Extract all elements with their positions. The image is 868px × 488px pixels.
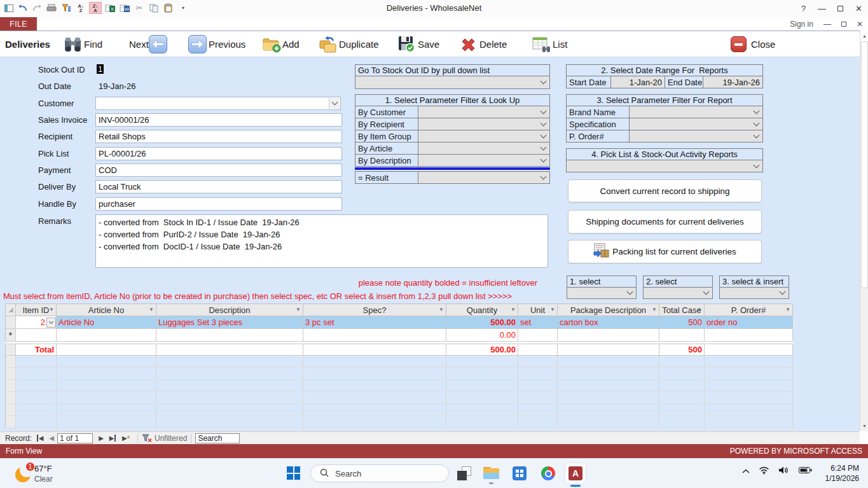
taskbar-clock[interactable]: 6:24 PM 1/19/2026 [825, 463, 859, 484]
cell-quantity[interactable]: 0.00 [446, 329, 518, 342]
cell-article-no[interactable]: Article No [57, 316, 156, 329]
sort-dropdown-icon[interactable]: ▼ [296, 307, 301, 312]
ribbon-restore-icon[interactable] [841, 20, 846, 29]
sort-dropdown-icon[interactable]: ▼ [785, 307, 790, 312]
payment-input[interactable]: COD [95, 164, 342, 177]
scroll-down-icon[interactable]: ▼ [860, 421, 868, 431]
customer-combo[interactable] [95, 97, 341, 110]
cell-article-no[interactable] [57, 329, 156, 342]
pick-list-input[interactable]: PL-00001/26 [95, 147, 342, 160]
col-header-p-order[interactable]: P. Order#▼ [705, 303, 793, 316]
chrome-icon[interactable] [541, 466, 555, 480]
duplicate-record-icon[interactable] [318, 35, 338, 55]
convert-to-shipping-button[interactable]: Convert current record to shipping [568, 179, 762, 202]
chevron-down-icon[interactable] [46, 317, 56, 328]
brand-name-dropdown[interactable] [629, 106, 763, 118]
goto-stock-out-dropdown[interactable] [355, 76, 550, 89]
file-tab[interactable]: FILE [0, 17, 37, 31]
result-dropdown[interactable] [418, 171, 550, 184]
task-view-icon[interactable] [457, 466, 471, 480]
activity-reports-dropdown[interactable] [566, 160, 763, 172]
volume-icon[interactable] [778, 466, 790, 477]
col-header-article-no[interactable]: Article No▼ [57, 303, 156, 316]
scrollbar-thumb[interactable] [861, 41, 868, 288]
delete-button[interactable]: Delete [479, 39, 507, 50]
sort-dropdown-icon[interactable]: ▼ [49, 307, 54, 312]
chevron-down-icon[interactable] [329, 98, 340, 109]
cell-p-order[interactable] [705, 329, 793, 342]
filter-icon[interactable] [142, 434, 152, 443]
cell-p-order[interactable]: order no [705, 316, 793, 329]
start-date-value[interactable]: 1-Jan-20 [610, 76, 665, 88]
by-article-dropdown[interactable] [418, 142, 550, 155]
next-record-icon[interactable]: ▶ [95, 433, 107, 443]
close-form-icon[interactable] [731, 36, 747, 52]
shipping-documents-button[interactable]: Shipping documents for current deliverie… [568, 210, 762, 234]
handle-by-input[interactable]: purchaser [95, 197, 342, 211]
help-icon[interactable]: ? [794, 0, 813, 17]
cell-unit[interactable]: set [518, 316, 558, 329]
col-header-spec[interactable]: Spec?▼ [303, 303, 446, 316]
access-app-icon[interactable]: A [565, 463, 586, 484]
ribbon-minimize-icon[interactable]: — [823, 20, 831, 29]
sort-dropdown-icon[interactable]: ▼ [149, 307, 154, 312]
by-item-group-dropdown[interactable] [418, 130, 550, 143]
notification-badge[interactable]: 1 [25, 462, 35, 471]
delete-icon[interactable] [460, 36, 477, 55]
select1-dropdown[interactable] [567, 287, 637, 299]
microsoft-store-icon[interactable] [513, 466, 527, 480]
duplicate-button[interactable]: Duplicate [339, 39, 379, 50]
cell-total-case[interactable] [659, 329, 705, 342]
cell-item-id[interactable] [16, 329, 57, 342]
add-record-icon[interactable] [262, 36, 281, 55]
minimize-icon[interactable]: — [813, 0, 831, 17]
wifi-icon[interactable] [759, 466, 769, 477]
vertical-scrollbar[interactable]: ▲ ▼ [860, 31, 868, 431]
previous-record-button[interactable] [188, 35, 207, 53]
sort-dropdown-icon[interactable]: ▼ [511, 307, 516, 312]
list-icon[interactable] [532, 36, 551, 55]
taskbar-search-input[interactable]: Search [310, 464, 449, 482]
record-position-box[interactable]: 1 of 1 [57, 433, 93, 443]
col-header-unit[interactable]: Unit▼ [518, 303, 558, 316]
cell-description[interactable] [156, 329, 303, 342]
out-date-value[interactable]: 19-Jan-26 [99, 81, 136, 91]
scroll-up-icon[interactable]: ▲ [860, 31, 868, 41]
col-header-item-id[interactable]: Item ID▼ [16, 303, 57, 316]
col-header-description[interactable]: Description▼ [156, 303, 303, 316]
binoculars-icon[interactable] [64, 36, 82, 55]
cell-quantity[interactable]: 500.00 [446, 316, 518, 329]
battery-icon[interactable] [799, 466, 812, 476]
record-search-input[interactable]: Search [195, 433, 240, 443]
cell-package-description[interactable] [558, 329, 659, 342]
save-icon[interactable] [397, 35, 415, 55]
find-button[interactable]: Find [84, 39, 102, 50]
new-record-icon[interactable]: ▶* [118, 433, 134, 443]
recipient-input[interactable]: Retail Shops [95, 130, 342, 143]
ribbon-close-icon[interactable]: ✕ [857, 20, 863, 29]
weather-condition[interactable]: Clear [34, 475, 53, 484]
by-recipient-dropdown[interactable] [418, 118, 550, 130]
weather-temp[interactable]: 67°F [34, 464, 52, 473]
stock-out-id-value[interactable]: 1 [97, 64, 104, 74]
packing-list-button[interactable]: Packing list for current deliveries [568, 240, 762, 263]
select3-dropdown[interactable] [719, 287, 789, 299]
row-selector[interactable] [5, 316, 16, 329]
close-button[interactable]: Close [751, 39, 775, 50]
cell-package-description[interactable]: carton box [558, 316, 659, 329]
filter-state-label[interactable]: Unfiltered [155, 434, 187, 443]
sort-dropdown-icon[interactable]: ▼ [550, 307, 555, 312]
cell-spec[interactable] [303, 329, 446, 342]
add-button[interactable]: Add [282, 39, 300, 50]
remarks-textarea[interactable]: - converted from Stock In ID-1 / Issue D… [95, 214, 548, 268]
col-header-package-description[interactable]: Package Description▼ [558, 303, 659, 316]
deliver-by-input[interactable]: Local Truck [95, 180, 342, 193]
cell-description[interactable]: Luggages Set 3 pieces [156, 316, 303, 329]
sales-invoice-input[interactable]: INV-00001/26 [95, 113, 342, 127]
cell-spec[interactable]: 3 pc set [303, 316, 446, 329]
row-selector-header[interactable] [5, 303, 16, 316]
start-icon[interactable] [287, 466, 300, 480]
by-customer-dropdown[interactable] [418, 106, 550, 118]
next-record-button[interactable] [149, 35, 167, 53]
sign-in-link[interactable]: Sign in [790, 20, 813, 29]
